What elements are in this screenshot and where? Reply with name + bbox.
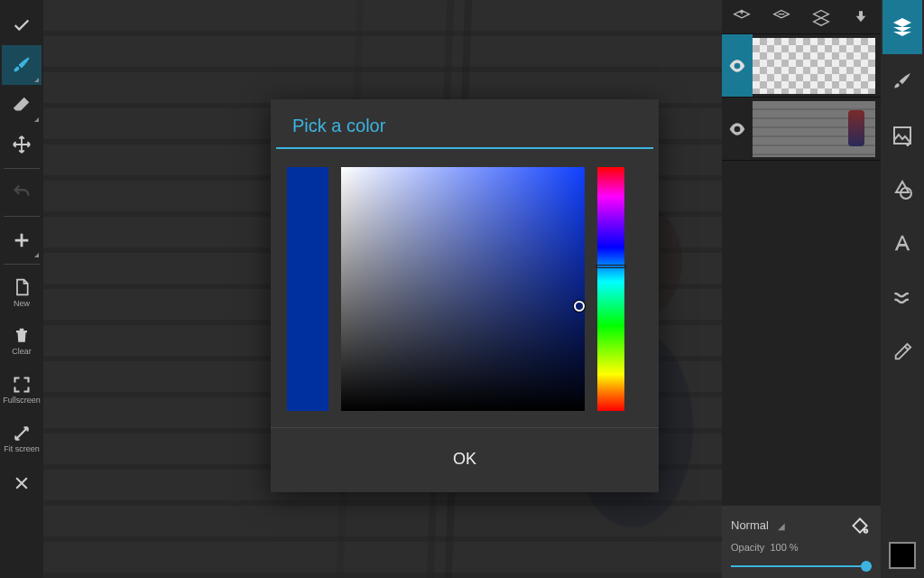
brush-settings-button[interactable] [882, 54, 922, 108]
divider [4, 168, 40, 169]
fullscreen-label: Fullscreen [3, 396, 41, 405]
slider-thumb[interactable] [861, 561, 872, 572]
add-button[interactable] [2, 220, 42, 260]
close-button[interactable] [2, 463, 42, 503]
app-root: New Clear Fullscreen Fit screen [0, 0, 924, 578]
blend-mode-value: Normal [731, 518, 769, 532]
layer-visibility-icon[interactable] [722, 34, 753, 97]
submenu-indicator-icon [34, 253, 39, 257]
smudge-button[interactable] [882, 271, 922, 325]
layer-visibility-icon[interactable] [722, 98, 753, 160]
divider [4, 264, 40, 265]
hue-slider[interactable] [597, 167, 624, 411]
layer-thumbnail [753, 38, 875, 94]
ok-button[interactable]: OK [426, 444, 504, 474]
color-swatch[interactable] [889, 542, 916, 569]
layer-row[interactable] [722, 98, 881, 161]
eraser-tool[interactable] [2, 85, 42, 125]
saturation-value-area[interactable] [341, 167, 585, 411]
submenu-indicator-icon [34, 117, 39, 122]
current-color-swatch [287, 167, 328, 411]
new-button[interactable]: New [2, 268, 42, 317]
fitscreen-label: Fit screen [4, 444, 40, 453]
opacity-slider[interactable] [731, 560, 872, 573]
text-button[interactable] [882, 217, 922, 271]
right-toolbar [881, 0, 924, 578]
dialog-title: Pick a color [276, 99, 653, 149]
fill-bucket-icon[interactable] [848, 513, 872, 536]
undo-button[interactable] [2, 172, 42, 212]
opacity-label: Opacity [731, 542, 764, 553]
layer-row[interactable] [722, 34, 881, 98]
layer-thumbnail [753, 101, 875, 157]
fitscreen-button[interactable]: Fit screen [2, 415, 42, 463]
clear-label: Clear [12, 347, 32, 356]
layer-down-icon[interactable] [847, 4, 874, 31]
divider [4, 216, 40, 217]
move-tool[interactable] [2, 125, 42, 164]
submenu-indicator-icon [34, 78, 39, 82]
image-add-button[interactable] [882, 108, 922, 163]
new-label: New [14, 299, 30, 308]
shapes-button[interactable] [882, 163, 922, 217]
hue-indicator[interactable] [596, 265, 626, 268]
layers-list [722, 34, 881, 506]
blend-mode-dropdown[interactable]: Normal ◢ [731, 518, 785, 532]
clear-button[interactable]: Clear [2, 317, 42, 366]
color-picker-dialog: Pick a color OK [271, 99, 659, 492]
left-toolbar: New Clear Fullscreen Fit screen [0, 0, 43, 578]
slider-track [731, 565, 872, 567]
layer-add-icon[interactable] [728, 4, 755, 31]
sv-cursor[interactable] [574, 301, 585, 312]
confirm-button[interactable] [2, 5, 42, 45]
blend-options: Normal ◢ Opacity 100 % [722, 506, 881, 578]
layers-panel: Normal ◢ Opacity 100 % [722, 0, 881, 578]
layers-toggle-button[interactable] [882, 0, 922, 54]
chevron-down-icon: ◢ [778, 521, 785, 531]
layers-toolbar [722, 0, 881, 34]
layer-merge-icon[interactable] [808, 4, 835, 31]
opacity-value: 100 % [770, 542, 798, 553]
brush-tool[interactable] [2, 45, 42, 85]
picker-body [271, 149, 659, 420]
layer-remove-icon[interactable] [768, 4, 795, 31]
dialog-actions: OK [271, 427, 659, 492]
eyedropper-button[interactable] [882, 325, 922, 379]
fullscreen-button[interactable]: Fullscreen [2, 366, 42, 415]
